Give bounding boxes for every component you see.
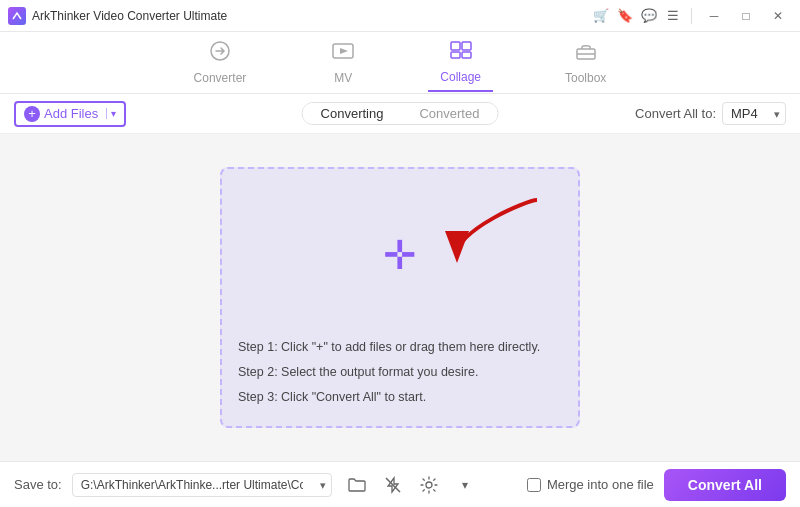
settings-icon-button[interactable] [414,470,444,500]
add-files-label: Add Files [44,106,98,121]
collage-label: Collage [440,70,481,84]
save-to-label: Save to: [14,477,62,492]
svg-rect-5 [462,52,471,58]
format-select-wrapper: MP4 MKV AVI MOV MP3 [722,102,786,125]
tab-converter[interactable]: Converter [182,34,259,91]
cart-icon[interactable]: 🛒 [591,6,611,26]
merge-checkbox-section: Merge into one file [527,477,654,492]
titlebar-controls: 🛒 🔖 💬 ☰ ─ □ ✕ [591,5,792,27]
toolbox-icon [573,40,599,68]
bookmark-icon[interactable]: 🔖 [615,6,635,26]
merge-label: Merge into one file [547,477,654,492]
titlebar: ArkThinker Video Converter Ultimate 🛒 🔖 … [0,0,800,32]
close-button[interactable]: ✕ [764,5,792,27]
svg-rect-4 [451,52,460,58]
mv-label: MV [334,71,352,85]
step2-text: Step 2: Select the output format you des… [238,360,562,385]
merge-checkbox[interactable] [527,478,541,492]
converted-tab[interactable]: Converted [401,103,497,124]
maximize-button[interactable]: □ [732,5,760,27]
red-arrow [437,195,547,274]
converting-tab[interactable]: Converting [303,103,402,124]
divider [691,8,692,24]
convert-all-button[interactable]: Convert All [664,469,786,501]
step3-text: Step 3: Click "Convert All" to start. [238,385,562,410]
convert-all-to-label: Convert All to: [635,106,716,121]
convert-all-to-section: Convert All to: MP4 MKV AVI MOV MP3 [635,102,786,125]
instructions: Step 1: Click "+" to add files or drag t… [238,325,562,410]
add-files-button[interactable]: + Add Files ▾ [14,101,126,127]
tab-switcher: Converting Converted [302,102,499,125]
toolbox-label: Toolbox [565,71,606,85]
svg-point-10 [426,482,432,488]
app-title: ArkThinker Video Converter Ultimate [32,9,227,23]
bottom-bar: Save to: G:\ArkThinker\ArkThinke...rter … [0,461,800,507]
app-icon [8,7,26,25]
folder-icon-button[interactable] [342,470,372,500]
bottom-icons: ▾ [342,470,480,500]
svg-rect-3 [462,42,471,50]
converter-label: Converter [194,71,247,85]
add-files-dropdown-arrow[interactable]: ▾ [106,108,116,119]
format-select[interactable]: MP4 MKV AVI MOV MP3 [722,102,786,125]
drop-zone[interactable]: ✛ Step 1: Click "+" to add files or drag… [220,167,580,428]
toolbar: + Add Files ▾ Converting Converted Conve… [0,94,800,134]
path-select-wrapper: G:\ArkThinker\ArkThinke...rter Ultimate\… [72,473,332,497]
drop-zone-inner: ✛ [238,185,562,325]
mv-icon [330,40,356,68]
nav-tabs: Converter MV Collage [0,32,800,94]
collage-icon [448,39,474,67]
menu-icon[interactable]: ☰ [663,6,683,26]
tab-toolbox[interactable]: Toolbox [553,34,618,91]
svg-rect-2 [451,42,460,50]
dropdown-arrow-button[interactable]: ▾ [450,470,480,500]
chat-icon[interactable]: 💬 [639,6,659,26]
main-content: ✛ Step 1: Click "+" to add files or drag… [0,134,800,461]
path-select[interactable]: G:\ArkThinker\ArkThinke...rter Ultimate\… [72,473,332,497]
plus-circle-icon: + [24,106,40,122]
minimize-button[interactable]: ─ [700,5,728,27]
add-files-cross[interactable]: ✛ [383,235,417,275]
flash-off-icon-button[interactable] [378,470,408,500]
step1-text: Step 1: Click "+" to add files or drag t… [238,335,562,360]
tab-mv[interactable]: MV [318,34,368,91]
converter-icon [207,40,233,68]
tab-collage[interactable]: Collage [428,33,493,92]
titlebar-left: ArkThinker Video Converter Ultimate [8,7,227,25]
